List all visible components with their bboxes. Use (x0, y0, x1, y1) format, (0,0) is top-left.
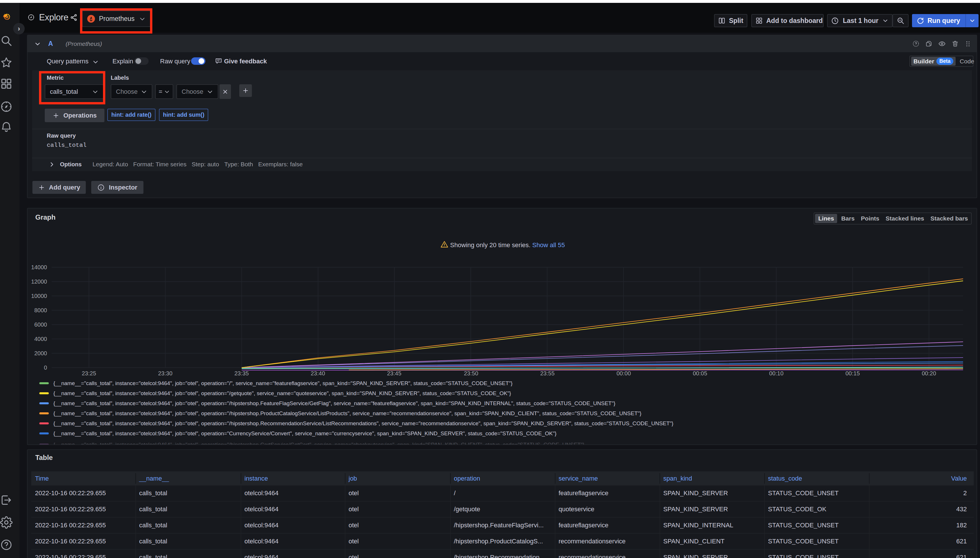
svg-text:8000: 8000 (35, 307, 47, 313)
svg-text:4000: 4000 (35, 336, 47, 342)
svg-text:00:20: 00:20 (922, 370, 936, 376)
svg-text:23:55: 23:55 (540, 370, 554, 376)
svg-text:23:50: 23:50 (464, 370, 478, 376)
svg-text:23:35: 23:35 (234, 370, 249, 376)
svg-text:10000: 10000 (31, 293, 47, 299)
svg-text:6000: 6000 (35, 322, 47, 328)
svg-text:0: 0 (44, 364, 47, 371)
svg-text:23:45: 23:45 (387, 370, 401, 376)
svg-text:12000: 12000 (31, 279, 47, 285)
svg-text:23:40: 23:40 (311, 370, 325, 376)
svg-text:23:25: 23:25 (82, 370, 96, 376)
svg-text:2000: 2000 (35, 350, 47, 356)
svg-text:00:00: 00:00 (617, 370, 631, 376)
svg-text:23:30: 23:30 (158, 370, 173, 376)
svg-text:00:15: 00:15 (845, 370, 860, 376)
svg-text:14000: 14000 (31, 264, 47, 271)
svg-text:00:10: 00:10 (769, 370, 783, 376)
svg-text:00:05: 00:05 (693, 370, 707, 376)
